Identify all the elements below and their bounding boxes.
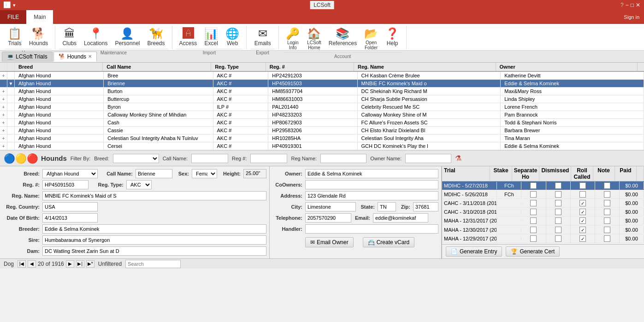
help-button[interactable]: ❓ Help — [382, 27, 402, 48]
locations-button[interactable]: 📍 Locations — [81, 27, 111, 48]
table-row[interactable]: + Afghan Hound Cash AKC # HP80672903 FC … — [0, 119, 644, 127]
dob-input[interactable] — [42, 213, 98, 222]
checkbox[interactable] — [530, 227, 537, 233]
hounds-button[interactable]: 🐕 Hounds — [26, 27, 51, 48]
breed-select[interactable]: Afghan Hound — [42, 169, 98, 178]
checkbox[interactable] — [604, 182, 610, 189]
access-button[interactable]: 🅰 Access — [176, 27, 201, 48]
table-row[interactable]: + Afghan Hound Buttercup AKC # HM8663100… — [0, 95, 644, 103]
open-folder-button[interactable]: 📂 OpenFolder — [361, 27, 381, 52]
table-row[interactable]: + Afghan Hound Calloway Monkey Shine of … — [0, 111, 644, 119]
checkbox[interactable] — [555, 182, 561, 189]
checkbox[interactable] — [604, 235, 610, 242]
regtype-select[interactable]: AKC — [126, 180, 152, 189]
tab-close-icon[interactable]: ✕ — [88, 54, 92, 59]
checkbox[interactable] — [530, 182, 537, 189]
regno-input[interactable] — [42, 180, 89, 189]
trials-row[interactable]: CAHC - 3/10/2018 (201865 $0.00 — [442, 208, 644, 217]
checkbox[interactable] — [604, 200, 610, 206]
lcsoft-home-button[interactable]: 🏠 LCSoftHome — [304, 27, 325, 52]
checkbox[interactable] — [579, 235, 586, 242]
ownername-filter-input[interactable] — [405, 154, 451, 163]
checkbox[interactable] — [555, 191, 561, 198]
state-input[interactable] — [378, 202, 396, 211]
trials-row[interactable]: MAHA - 12/30/2017 (20172 $0.00 — [442, 225, 644, 234]
checkbox[interactable] — [555, 227, 561, 233]
search-input[interactable] — [125, 260, 181, 268]
table-body[interactable]: + Afghan Hound Bree AKC # HP24291203 CH … — [0, 72, 644, 150]
checkbox[interactable] — [555, 217, 561, 224]
checkbox[interactable] — [604, 209, 610, 215]
email-input[interactable] — [373, 213, 428, 222]
checkbox[interactable] — [530, 200, 537, 206]
zip-input[interactable] — [413, 202, 438, 211]
table-row[interactable]: + Afghan Hound Bree AKC # HP24291203 CH … — [0, 72, 644, 80]
email-owner-button[interactable]: ✉ Email Owner — [305, 237, 354, 247]
maximize-control[interactable]: □ — [631, 2, 634, 8]
checkbox[interactable] — [604, 217, 610, 224]
references-button[interactable]: 📚 References — [325, 27, 360, 48]
navigation-controls[interactable]: |◀ ◀ 20 of 1916 ▶ ▶| ▶* — [18, 260, 95, 268]
checkbox[interactable] — [579, 200, 586, 206]
first-record-btn[interactable]: |◀ — [18, 260, 26, 268]
trials-row[interactable]: MDIHC - 5/26/2018 FCh $0.00 — [442, 190, 644, 199]
sire-input[interactable] — [42, 235, 266, 245]
filter-icon[interactable]: ⚗ — [455, 154, 461, 163]
trials-row[interactable]: CAHC - 3/11/2018 (201865 $0.00 — [442, 199, 644, 208]
checkbox[interactable] — [555, 235, 561, 242]
regname-filter-input[interactable] — [320, 154, 366, 163]
table-row[interactable]: + Afghan Hound Burton AKC # HM85937704 D… — [0, 88, 644, 95]
telephone-input[interactable] — [305, 213, 351, 222]
checkbox[interactable] — [530, 217, 537, 224]
minimize-control[interactable]: − — [626, 2, 629, 8]
tab-lcsoft-trials[interactable]: 💻 LCSoft Trials — [2, 52, 53, 62]
handler-input[interactable] — [305, 224, 438, 234]
create-vcard-button[interactable]: 📇 Create vCard — [363, 237, 414, 247]
generate-entry-button[interactable]: 📄 Generate Entry — [446, 246, 502, 257]
prev-record-btn[interactable]: ◀ — [28, 260, 36, 268]
help-control[interactable]: ? — [620, 2, 624, 8]
regname-input[interactable] — [42, 191, 266, 200]
breeds-button[interactable]: 🦮 Breeds — [144, 27, 168, 48]
web-button[interactable]: 🌐 Web — [222, 27, 242, 48]
regnum-filter-input[interactable] — [250, 154, 287, 163]
close-control[interactable]: ✕ — [636, 2, 640, 8]
checkbox[interactable] — [530, 191, 537, 198]
dam-input[interactable] — [42, 246, 266, 256]
clubs-button[interactable]: 🏛 Clubs — [59, 27, 80, 48]
checkbox[interactable] — [579, 227, 586, 233]
excel-button[interactable]: 📊 Excel — [201, 27, 221, 48]
checkbox[interactable] — [579, 209, 586, 215]
table-row[interactable]: + Afghan Hound Byron ILP # PAL201440 Cel… — [0, 103, 644, 111]
generate-cert-button[interactable]: 🏆 Generate Cert — [506, 246, 560, 257]
checkbox[interactable] — [604, 227, 610, 233]
personnel-button[interactable]: 👤 Personnel — [112, 27, 143, 48]
coowners-input[interactable] — [305, 180, 438, 189]
checkbox[interactable] — [604, 191, 610, 198]
checkbox[interactable] — [555, 209, 561, 215]
ribbon-tab-file[interactable]: FILE — [0, 10, 26, 24]
emails-button[interactable]: ✉ Emails — [251, 27, 274, 48]
trials-row[interactable]: MDIHC - 5/27/2018 FCh $0.00 — [442, 181, 644, 190]
trials-body[interactable]: MDIHC - 5/27/2018 FCh $0.00 MDIHC - 5/26… — [442, 181, 644, 244]
callname-input[interactable] — [136, 169, 172, 178]
next-record-btn[interactable]: ▶ — [66, 260, 74, 268]
city-input[interactable] — [305, 202, 356, 211]
breed-filter-select[interactable] — [113, 154, 159, 163]
table-row[interactable]: + Afghan Hound Celestian Soul Integrity … — [0, 135, 644, 142]
ribbon-tab-main[interactable]: Main — [26, 10, 53, 24]
owner-input[interactable] — [305, 169, 438, 178]
callname-filter-input[interactable] — [191, 154, 228, 163]
address-input[interactable] — [305, 191, 438, 200]
table-row[interactable]: + Afghan Hound Cersei AKC # HP40919301 G… — [0, 142, 644, 150]
table-row[interactable]: + ▼ Afghan Hound Brienne AKC # HP4509150… — [0, 80, 644, 88]
last-record-btn[interactable]: ▶| — [76, 260, 84, 268]
checkbox[interactable] — [530, 209, 537, 215]
trials-row[interactable]: MAHA - 12/31/2017 (20172 $0.00 — [442, 217, 644, 225]
sign-in-btn[interactable]: Sign in — [624, 10, 644, 24]
checkbox[interactable] — [579, 191, 586, 198]
table-row[interactable]: + Afghan Hound Cassie AKC # HP29583206 C… — [0, 127, 644, 135]
checkbox[interactable] — [579, 182, 586, 189]
sex-select[interactable]: Fema — [192, 169, 217, 178]
trials-button[interactable]: 📋 Trials — [5, 27, 25, 48]
